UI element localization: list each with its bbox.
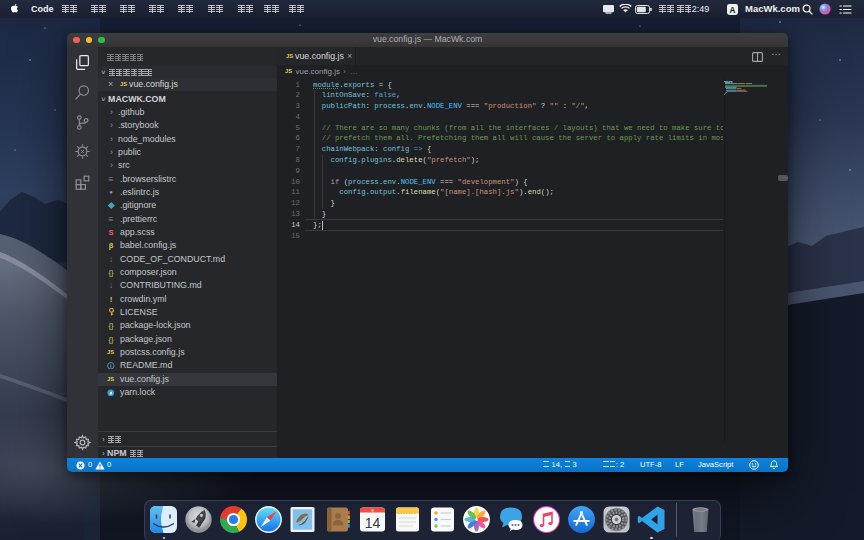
svg-text:14: 14 — [365, 515, 381, 531]
svg-text:A: A — [730, 5, 736, 14]
